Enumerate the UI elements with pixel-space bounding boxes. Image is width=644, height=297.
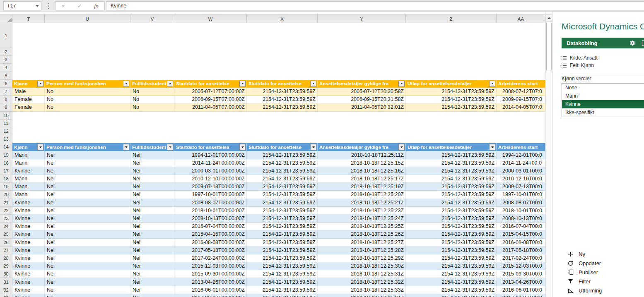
cell[interactable]: 2154-12-31T23:59:59Z (406, 103, 497, 111)
cell[interactable]: 2154-12-31T23:59:59Z (247, 270, 318, 278)
cell[interactable]: 2154-12-31T23:59:59Z (406, 175, 497, 183)
cell[interactable]: Male (12, 88, 45, 96)
cell[interactable]: 2018-10-18T12:25:24Z (318, 215, 406, 223)
formula-input[interactable]: Kvinne (106, 1, 644, 10)
cell[interactable]: 2154-12-31T23:59:59Z (247, 151, 318, 159)
row-header[interactable]: 14 (0, 143, 12, 151)
cell[interactable]: 2017-02-27T00:00:00Z (174, 294, 247, 297)
cell[interactable]: 1997-10-01T00:0 (497, 191, 545, 199)
cell[interactable]: Kvinne (12, 254, 45, 262)
row-header[interactable]: 33 (0, 294, 12, 297)
cell[interactable]: Nei (130, 223, 174, 230)
select-all-corner[interactable] (0, 14, 12, 23)
cell[interactable]: Nei (45, 230, 130, 238)
cell[interactable]: 2009-07-13T00:0 (497, 183, 545, 191)
cell[interactable]: 2013-04-26T00:0 (497, 278, 545, 286)
name-box[interactable]: T17 (3, 1, 41, 10)
cell[interactable]: 2154-12-31T23:59:59Z (406, 286, 497, 294)
cell[interactable]: Mann (12, 191, 45, 199)
cell[interactable]: 2154-12-31T23:59:59Z (406, 207, 497, 215)
row-header[interactable]: 23 (0, 215, 12, 223)
cell[interactable]: Nei (45, 286, 130, 294)
cell[interactable]: 2154-12-31T23:59:59Z (247, 167, 318, 175)
cell[interactable]: 2018-10-18T12:25:26Z (318, 230, 406, 238)
gear-icon[interactable] (630, 40, 635, 46)
cell[interactable]: 2154-12-31T23:59:59Z (406, 88, 497, 96)
cell[interactable]: 2015-04-15T00:00:00Z (174, 230, 247, 238)
cell[interactable]: 2154-12-31T23:59:59Z (247, 175, 318, 183)
cell[interactable]: 2014-11-24T00:0 (497, 159, 545, 167)
cell[interactable]: Nei (130, 215, 174, 223)
insert-function-icon[interactable]: fx (94, 2, 98, 9)
cell[interactable]: 2154-12-31T23:59:59Z (406, 254, 497, 262)
filter-dropdown-button[interactable] (167, 81, 173, 87)
row-header[interactable]: 13 (0, 135, 12, 143)
cell[interactable]: 2154-12-31T23:59:59Z (406, 270, 497, 278)
row-header[interactable]: 21 (0, 199, 12, 207)
row-header[interactable]: 8 (0, 96, 12, 103)
action-ny[interactable]: Ny (567, 249, 602, 259)
cell[interactable]: 2013-04-26T00:00:00Z (174, 278, 247, 286)
cell[interactable]: No (45, 103, 130, 111)
cell[interactable]: 1997-10-01T00:00:00Z (174, 191, 247, 199)
filter-dropdown-button[interactable] (123, 144, 129, 150)
row-header[interactable]: 6 (0, 80, 12, 88)
cell[interactable]: 2154-12-31T23:59:59Z (406, 247, 497, 254)
action-filter[interactable]: Filter (567, 277, 602, 286)
cell[interactable]: 2018-10-18T12:25:32Z (318, 278, 406, 286)
cell[interactable]: No (130, 96, 174, 103)
cell[interactable]: 2154-12-31T23:59:59Z (406, 167, 497, 175)
cell[interactable]: Mann (12, 151, 45, 159)
cell[interactable]: Kvinne (12, 215, 45, 223)
row-header[interactable]: 1 (0, 23, 12, 48)
cell[interactable]: No (45, 96, 130, 103)
cell[interactable]: Nei (45, 199, 130, 207)
cell[interactable]: Nei (130, 199, 174, 207)
row-header[interactable]: 25 (0, 230, 12, 238)
cell[interactable]: Kvinne (12, 223, 45, 230)
cell[interactable]: 2000-03-01T00:00:00Z (174, 167, 247, 175)
row-header[interactable]: 11 (0, 120, 12, 127)
cell[interactable]: 2015-12-03T00:0 (497, 262, 545, 270)
row-header[interactable]: 24 (0, 223, 12, 230)
cell[interactable]: 2154-12-31T23:59:59Z (406, 294, 497, 297)
cell[interactable]: Nei (45, 175, 130, 183)
row-header[interactable]: 29 (0, 262, 12, 270)
cell[interactable]: Nei (130, 239, 174, 247)
row-header[interactable]: 28 (0, 254, 12, 262)
action-publiser[interactable]: Publiser (567, 268, 602, 277)
filter-dropdown-button[interactable] (239, 81, 246, 87)
cell[interactable]: Nei (45, 215, 130, 223)
cell[interactable]: Nei (130, 262, 174, 270)
filter-dropdown-button[interactable] (123, 81, 129, 87)
value-option-selected[interactable]: Kvinne (562, 100, 644, 108)
cell[interactable]: 2018-10-18T12:25:23Z (318, 207, 406, 215)
cell[interactable]: 2154-12-31T23:59:59Z (406, 151, 497, 159)
row-header[interactable]: 18 (0, 175, 12, 183)
cell[interactable]: 2011-04-05T20:32:01Z (318, 103, 406, 111)
cell[interactable]: 2011-04-05T07:00:00Z (174, 103, 247, 111)
cell[interactable]: Female (12, 96, 45, 103)
cell[interactable]: 2018-10-18T12:25:25Z (318, 223, 406, 230)
filter-dropdown-button[interactable] (239, 144, 246, 150)
cell[interactable]: Mann (12, 175, 45, 183)
cell[interactable]: 2154-12-31T23:59:59Z (406, 199, 497, 207)
cell[interactable]: 2015-09-30T00:00:00Z (174, 270, 247, 278)
cell[interactable]: 2018-10-18T12:25:29Z (318, 254, 406, 262)
cell[interactable]: 2154-12-31T23:59:59Z (406, 230, 497, 238)
row-header[interactable]: 17 (0, 167, 12, 175)
row-header[interactable]: 5 (0, 72, 12, 80)
cell[interactable]: Nei (45, 223, 130, 230)
cell[interactable]: 2009-07-13T00:00:00Z (174, 183, 247, 191)
cell[interactable]: Nei (130, 247, 174, 254)
row-header[interactable]: 32 (0, 286, 12, 294)
cell[interactable]: 2154-12-31T23:59:59Z (406, 159, 497, 167)
cell[interactable]: 2154-12-31T23:59:59Z (406, 96, 497, 103)
cell[interactable]: 2018-10-18T12:25:27Z (318, 239, 406, 247)
cell[interactable]: 2016-06-01T00:0 (497, 286, 545, 294)
cell[interactable]: Kvinne (12, 239, 45, 247)
cell[interactable]: Kvinne (12, 262, 45, 270)
cell[interactable]: 2018-10-18T12:25:31Z (318, 270, 406, 278)
cell[interactable]: Kvinne (12, 278, 45, 286)
cell[interactable]: 2018-10-18T12:25:20Z (318, 191, 406, 199)
